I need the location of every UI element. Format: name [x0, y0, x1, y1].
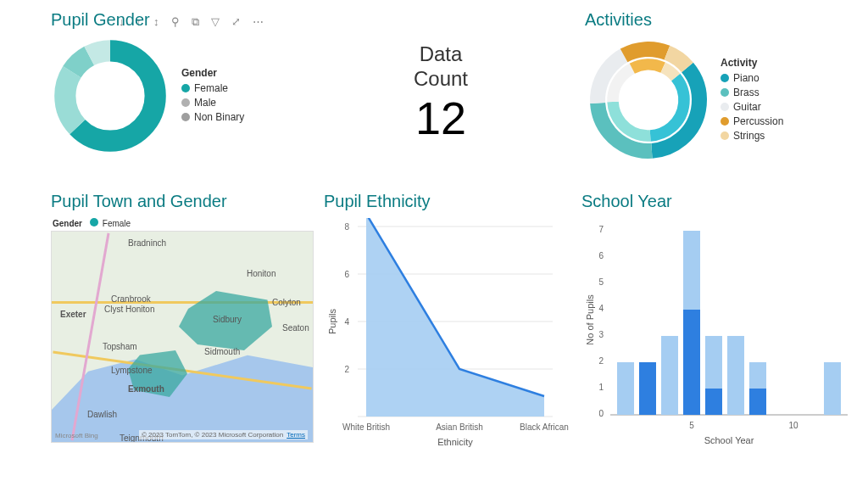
svg-rect-48: [824, 362, 841, 415]
svg-text:7: 7: [598, 225, 604, 234]
legend-item-brass[interactable]: Brass: [721, 87, 783, 98]
legend-item-male[interactable]: Male: [181, 97, 244, 109]
svg-point-4: [80, 65, 142, 127]
legend-item-strings[interactable]: Strings: [721, 130, 783, 142]
ethnicity-title: Pupil Ethnicity: [324, 192, 570, 211]
gender-legend: Gender Female Male Non Binary: [181, 67, 244, 126]
ethnicity-xlabel: Ethnicity: [437, 437, 473, 447]
ethnicity-ylabel: Pupils: [327, 309, 337, 334]
map-terms-link[interactable]: Terms: [287, 431, 305, 439]
svg-text:8: 8: [344, 222, 349, 232]
svg-rect-47: [749, 389, 766, 415]
activities-donut-chart[interactable]: [585, 36, 712, 164]
gender-tile: Pupil Gender Gender Female Male Non Bina…: [51, 10, 305, 155]
activities-tile: Activities Activity Piano Brass Guitar P…: [585, 10, 856, 164]
svg-text:10: 10: [788, 421, 798, 430]
map-attribution: © 2023 TomTom, © 2023 Microsoft Corporat…: [139, 430, 308, 439]
svg-rect-42: [683, 310, 700, 415]
svg-text:0: 0: [598, 409, 604, 418]
schoolyear-tile: School Year 0 1 2 3 4 5 6 7: [581, 192, 853, 459]
activities-title: Activities: [585, 10, 856, 30]
gender-title: Pupil Gender: [51, 10, 305, 30]
svg-text:Black African: Black African: [520, 422, 569, 432]
svg-point-15: [623, 75, 674, 126]
gender-legend-title: Gender: [181, 67, 244, 79]
town-title: Pupil Town and Gender: [51, 192, 314, 211]
bing-logo: Microsoft Bing: [55, 432, 98, 439]
schoolyear-chart[interactable]: 0 1 2 3 4 5 6 7: [581, 218, 853, 456]
svg-text:1: 1: [598, 383, 604, 392]
legend-item-percussion[interactable]: Percussion: [721, 115, 783, 127]
activities-legend: Activity Piano Brass Guitar Percussion S…: [721, 57, 783, 144]
town-tile: Pupil Town and Gender Gender Female Brad…: [51, 192, 314, 443]
gender-donut-chart[interactable]: [51, 36, 170, 155]
schoolyear-title: School Year: [581, 192, 853, 211]
svg-text:4: 4: [344, 317, 349, 327]
svg-text:3: 3: [598, 330, 604, 339]
schoolyear-ylabel: No of Pupils: [585, 294, 595, 345]
legend-item-nonbinary[interactable]: Non Binary: [181, 111, 244, 123]
svg-rect-37: [617, 362, 634, 415]
count-value: 12: [364, 92, 517, 144]
svg-rect-44: [705, 389, 722, 415]
ethnicity-chart[interactable]: 8 6 4 2 White British Asian British Blac…: [324, 218, 570, 456]
svg-text:6: 6: [598, 251, 604, 260]
svg-text:5: 5: [598, 277, 604, 287]
activities-legend-title: Activity: [721, 57, 783, 69]
data-count-tile: Data Count 12: [364, 42, 517, 144]
svg-text:Asian British: Asian British: [436, 422, 483, 432]
legend-item-piano[interactable]: Piano: [721, 72, 783, 84]
svg-rect-39: [639, 362, 656, 415]
svg-text:5: 5: [689, 421, 694, 430]
legend-item-female[interactable]: Female: [181, 82, 244, 94]
town-legend: Gender Female: [53, 218, 314, 228]
svg-text:2: 2: [344, 365, 349, 374]
svg-text:2: 2: [598, 356, 604, 366]
svg-rect-40: [661, 336, 678, 415]
count-title-l2: Count: [364, 67, 517, 92]
legend-item-guitar[interactable]: Guitar: [721, 101, 783, 113]
schoolyear-xlabel: School Year: [704, 435, 754, 445]
svg-rect-45: [727, 336, 744, 415]
town-map[interactable]: Bradninch Honiton Cranbrook Clyst Honito…: [51, 231, 314, 443]
svg-text:White British: White British: [342, 422, 390, 432]
ethnicity-tile: Pupil Ethnicity 8 6 4 2 White British As…: [324, 192, 570, 459]
svg-text:4: 4: [598, 304, 604, 313]
count-title-l1: Data: [364, 42, 517, 67]
svg-text:6: 6: [344, 270, 349, 279]
